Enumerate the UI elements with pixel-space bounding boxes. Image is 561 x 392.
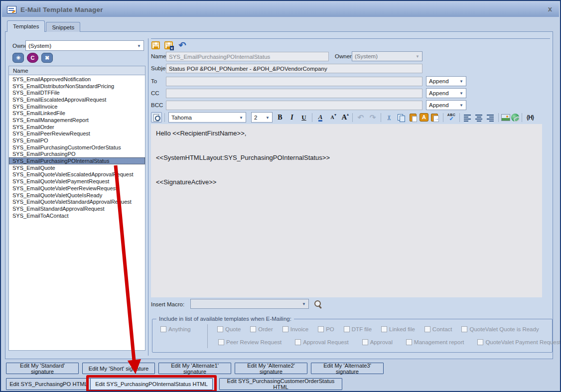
- list-item[interactable]: SYS_EmailPO: [9, 137, 145, 144]
- email-template-manager-window: E-Mail Template Manager x Templates Snip…: [0, 0, 561, 392]
- to-append-combo[interactable]: Append ▼: [426, 76, 466, 86]
- body-line: [156, 140, 537, 152]
- italic-button[interactable]: I: [286, 113, 297, 123]
- edit-signature-button[interactable]: Edit My 'Alternate1' signature: [158, 363, 231, 374]
- list-item[interactable]: SYS_EmailQuote: [9, 164, 145, 171]
- list-item[interactable]: SYS_EmailEscalatedApprovalRequest: [9, 96, 145, 103]
- font-color-button[interactable]: A: [315, 113, 326, 123]
- copy-button[interactable]: [396, 113, 407, 123]
- search-icon[interactable]: [313, 299, 322, 308]
- body-editor[interactable]: Hello <<RecipientFirstName>>, <<SystemHT…: [151, 124, 542, 297]
- owner-value: (System): [355, 53, 378, 59]
- save-template-button[interactable]: [151, 41, 160, 49]
- preview-icon[interactable]: [151, 112, 162, 123]
- list-item[interactable]: SYS_EmailPurchasingPO: [9, 151, 145, 158]
- list-item[interactable]: SYS_EmailPurchasingCustomerOrderStatus: [9, 144, 145, 151]
- html-source-button[interactable]: ⟨H⟩: [525, 113, 536, 123]
- include-checkbox[interactable]: QuoteValet Quote is Ready: [461, 326, 539, 332]
- align-left-button[interactable]: [462, 113, 473, 123]
- bcc-append-combo[interactable]: Append ▼: [426, 100, 466, 110]
- align-right-button[interactable]: [485, 113, 496, 123]
- cc-field[interactable]: [166, 89, 422, 98]
- save-close-button[interactable]: x: [164, 41, 173, 49]
- checkbox-label: Order: [258, 326, 273, 332]
- toolbar-separator: [443, 113, 443, 122]
- font-family-value: Tahoma: [171, 115, 192, 121]
- list-item[interactable]: SYS_EmailQuoteValetPeerReviewRequest: [9, 185, 145, 192]
- increase-font-button[interactable]: A: [339, 113, 350, 123]
- include-checkbox-anything[interactable]: Anything: [160, 326, 206, 332]
- edit-purchasingpo-html-button[interactable]: Edit SYS_PurchasingPO HTML: [6, 378, 91, 390]
- include-checkbox[interactable]: Order: [250, 326, 273, 332]
- insert-macro-combo[interactable]: ▼: [190, 299, 309, 309]
- paste-text-button[interactable]: A: [420, 113, 428, 122]
- list-item[interactable]: SYS_EmailPurchasingPOInternalStatus: [9, 157, 145, 164]
- list-item[interactable]: SYS_EmailStandardApprovalRequest: [9, 205, 145, 212]
- bcc-field[interactable]: [166, 101, 422, 110]
- list-item[interactable]: SYS_EmailDTFFile: [9, 89, 145, 96]
- include-checkbox[interactable]: DTF file: [344, 326, 372, 332]
- spellcheck-button[interactable]: [446, 113, 457, 123]
- edit-signature-button[interactable]: Edit My 'Alternate3' signature: [311, 363, 384, 374]
- paste-special-button[interactable]: →: [429, 113, 440, 123]
- bcc-append-value: Append: [429, 102, 449, 108]
- list-item[interactable]: SYS_EmailPeerReviewRequest: [9, 131, 145, 137]
- to-field[interactable]: [166, 77, 422, 86]
- owner-filter-combo[interactable]: (System) ▼: [25, 40, 144, 51]
- include-templates-group: Include in list of available templates w…: [152, 319, 553, 353]
- include-checkbox[interactable]: Peer Review Request: [218, 339, 281, 345]
- list-item[interactable]: SYS_EmailLinkedFile: [9, 110, 145, 117]
- close-icon[interactable]: x: [548, 4, 552, 13]
- include-checkbox[interactable]: Quote: [217, 326, 241, 332]
- font-family-combo[interactable]: Tahoma ▼: [168, 112, 246, 123]
- hyperlink-button[interactable]: [511, 114, 519, 122]
- subject-field[interactable]: Status PO# &POH_PONumber - &POH_&POVendo…: [166, 64, 422, 73]
- tab-templates[interactable]: Templates: [7, 20, 45, 32]
- list-item[interactable]: SYS_EmailDistributorNonStandardPricing: [9, 83, 145, 90]
- undo-changes-button[interactable]: ↶: [177, 40, 187, 50]
- list-item[interactable]: SYS_EmailManagementReport: [9, 117, 145, 124]
- list-item[interactable]: SYS_EmailQuoteValetStandardApprovalReque…: [9, 198, 145, 205]
- edit-signature-button[interactable]: Edit My 'Short' signature: [82, 363, 155, 374]
- delete-template-button[interactable]: ✖: [41, 53, 53, 63]
- cc-append-combo[interactable]: Append ▼: [426, 88, 466, 98]
- bold-button[interactable]: B: [275, 113, 285, 123]
- edit-purchasing-customerorderstatus-html-button[interactable]: Edit SYS_PurchasingCustomerOrderStatus H…: [219, 378, 342, 390]
- template-name-field[interactable]: SYS_EmailPurchasingPOInternalStatus: [166, 52, 329, 61]
- include-checkbox[interactable]: Management report: [406, 339, 464, 345]
- font-size-combo[interactable]: 2 ▼: [251, 112, 273, 123]
- redo-button[interactable]: ↷: [367, 113, 378, 123]
- window-title: E-Mail Template Manager: [20, 6, 103, 13]
- list-item[interactable]: SYS_EmailOrder: [9, 124, 145, 131]
- edit-purchasingpo-internalstatus-html-button[interactable]: Edit SYS_PurchasingPOInternalStatus HTML: [90, 378, 213, 390]
- title-bar: E-Mail Template Manager x: [2, 2, 559, 17]
- undo-button[interactable]: ↶: [355, 113, 366, 123]
- edit-signature-button[interactable]: Edit My 'Standard' signature: [6, 363, 79, 374]
- include-checkbox[interactable]: Linked file: [381, 326, 415, 332]
- copy-template-button[interactable]: C: [27, 53, 38, 63]
- decrease-font-button[interactable]: A: [327, 113, 338, 123]
- edit-signature-button[interactable]: Edit My 'Alternate2' signature: [235, 363, 307, 374]
- include-checkbox[interactable]: Invoice: [282, 326, 308, 332]
- include-checkbox[interactable]: QuoteValet Payment Request: [477, 339, 561, 345]
- align-center-button[interactable]: [474, 113, 484, 123]
- insert-image-button[interactable]: [501, 114, 510, 121]
- list-item[interactable]: SYS_EmailToAContact: [9, 212, 145, 219]
- underline-button[interactable]: U: [298, 113, 309, 123]
- cc-append-value: Append: [429, 90, 449, 96]
- new-template-button[interactable]: ✳: [12, 53, 24, 63]
- tab-snippets[interactable]: Snippets: [46, 22, 80, 32]
- list-item[interactable]: SYS_EmailQuoteValetPaymentRequest: [9, 178, 145, 185]
- include-checkbox[interactable]: Contact: [424, 326, 452, 332]
- include-checkbox[interactable]: Approval Request: [295, 339, 348, 345]
- paste-button[interactable]: [408, 113, 419, 123]
- list-item[interactable]: SYS_EmailApprovedNotification: [9, 76, 145, 83]
- include-checkbox[interactable]: PO: [318, 326, 334, 332]
- cut-button[interactable]: ✂: [384, 113, 395, 123]
- list-item[interactable]: SYS_EmailInvoice: [9, 103, 145, 110]
- list-item[interactable]: SYS_EmailQuoteValetQuoteIsReady: [9, 192, 145, 199]
- list-item[interactable]: SYS_EmailQuoteValetEscalatedApprovalRequ…: [9, 171, 145, 178]
- owner-combo[interactable]: (System) ▼: [352, 51, 422, 61]
- include-checkbox[interactable]: Approval: [362, 339, 393, 345]
- list-column-header[interactable]: Name: [9, 66, 145, 75]
